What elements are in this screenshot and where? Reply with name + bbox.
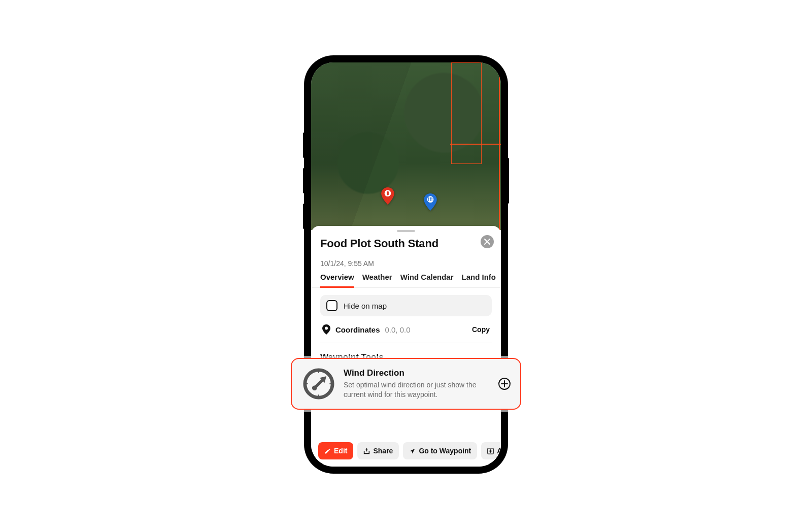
property-boundary-line — [451, 62, 482, 164]
svg-rect-1 — [387, 191, 389, 195]
svg-point-3 — [325, 327, 328, 330]
tabs: Overview Weather Wind Calendar Land Info — [311, 268, 501, 288]
waypoint-title: Food Plot South Stand — [320, 237, 492, 250]
add-to-label: Add t — [497, 447, 501, 455]
goto-waypoint-button[interactable]: Go to Waypoint — [403, 442, 477, 459]
coordinates-label: Coordinates — [335, 325, 380, 334]
share-button-label: Share — [373, 447, 393, 455]
share-icon — [363, 448, 370, 454]
location-pin-icon — [322, 324, 330, 335]
property-boundary-line — [499, 62, 500, 230]
add-square-icon — [487, 448, 494, 454]
map-pin-blue[interactable] — [424, 193, 437, 211]
sheet-grabber[interactable] — [397, 230, 415, 232]
phone-frame: Food Plot South Stand 10/1/24, 9:55 AM O… — [305, 56, 507, 473]
edit-button[interactable]: Edit — [318, 442, 353, 459]
hide-on-map-row[interactable]: Hide on map — [320, 295, 492, 316]
action-bar: Edit Share Go to Waypoint Add t — [311, 437, 501, 467]
map-satellite[interactable] — [311, 62, 501, 230]
tab-land-info[interactable]: Land Info — [462, 273, 496, 287]
map-pin-red[interactable] — [381, 187, 394, 205]
wind-direction-tool-card[interactable]: Wind Direction Set optimal wind directio… — [291, 358, 521, 410]
plus-circle-icon — [498, 377, 511, 390]
compass-icon — [303, 368, 334, 400]
wind-direction-title: Wind Direction — [344, 368, 489, 378]
close-icon — [484, 239, 490, 245]
navigate-icon — [409, 448, 416, 454]
waypoint-sheet: Food Plot South Stand 10/1/24, 9:55 AM O… — [311, 226, 501, 467]
pencil-icon — [324, 448, 331, 454]
add-wind-direction-button[interactable] — [498, 377, 511, 390]
waypoint-timestamp: 10/1/24, 9:55 AM — [311, 259, 501, 268]
hide-on-map-checkbox[interactable] — [326, 300, 337, 311]
tab-overview[interactable]: Overview — [320, 273, 354, 288]
property-boundary-line — [450, 144, 501, 145]
share-button[interactable]: Share — [357, 442, 399, 459]
wind-direction-description: Set optimal wind direction or just show … — [344, 380, 489, 400]
tab-wind-calendar[interactable]: Wind Calendar — [400, 273, 454, 287]
add-to-button[interactable]: Add t — [481, 442, 501, 459]
coordinates-value: 0.0, 0.0 — [385, 325, 411, 334]
hide-on-map-label: Hide on map — [344, 302, 387, 310]
coordinates-row: Coordinates 0.0, 0.0 Copy — [320, 316, 492, 343]
goto-waypoint-label: Go to Waypoint — [419, 447, 471, 455]
edit-button-label: Edit — [334, 447, 347, 455]
close-button[interactable] — [481, 235, 494, 248]
tab-weather[interactable]: Weather — [362, 273, 392, 287]
copy-coordinates-button[interactable]: Copy — [472, 325, 490, 334]
